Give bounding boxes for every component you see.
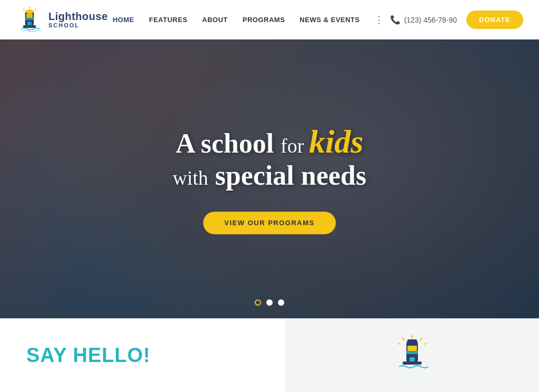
hero-for: for [281,135,309,157]
bottom-right [285,318,539,392]
svg-rect-17 [406,351,418,354]
svg-rect-6 [25,18,34,20]
phone-number: (123) 456-78-90 [404,16,457,24]
svg-line-2 [23,9,24,11]
view-programs-button[interactable]: VIEW OUR PROGRAMS [203,212,335,234]
lighthouse-logo-icon [16,6,43,34]
hero-dot-3[interactable] [278,299,284,306]
header-right: 📞 (123) 456-78-90 DONATE [390,11,523,29]
phone-icon: 📞 [390,15,401,25]
logo[interactable]: Lighthouse SCHOOL [16,6,108,34]
svg-line-10 [420,338,422,340]
svg-rect-19 [410,357,415,361]
nav-more-icon[interactable]: ⋮ [374,14,385,26]
hero-kids: kids [309,124,363,159]
hero-headline-line2: with special needs [85,159,454,192]
hero-special-needs-text: special needs [215,160,366,190]
svg-rect-5 [26,14,33,18]
svg-line-11 [402,338,404,340]
phone-area[interactable]: 📞 (123) 456-78-90 [390,15,457,25]
lighthouse-decorative-icon [391,334,433,376]
svg-rect-8 [27,22,32,25]
svg-line-12 [424,343,426,345]
logo-text: Lighthouse SCHOOL [48,11,108,28]
svg-line-1 [35,9,36,11]
hero-dot-2[interactable] [266,299,273,306]
nav-about[interactable]: ABOUT [202,16,228,24]
svg-rect-7 [23,25,36,28]
nav-programs[interactable]: PROGRAMS [243,16,285,24]
bottom-section: SAY HELLO! [0,318,539,392]
hero-section: A school for kids with special needs VIE… [0,39,539,318]
svg-rect-18 [403,361,422,365]
nav-news-events[interactable]: NEWS & EVENTS [300,16,360,24]
say-hello-heading: SAY HELLO! [26,344,259,367]
hero-with: with [173,167,208,189]
nav-features[interactable]: FEATURES [149,16,187,24]
logo-title: Lighthouse [48,11,108,22]
svg-rect-16 [407,346,417,351]
bottom-left: SAY HELLO! [0,318,285,392]
main-nav: HOME FEATURES ABOUT PROGRAMS NEWS & EVEN… [113,14,385,26]
hero-content: A school for kids with special needs VIE… [85,124,454,234]
hero-headline-line1: A school for kids [85,124,454,159]
svg-line-13 [398,343,401,345]
svg-point-4 [25,9,34,14]
hero-a-school: A school [176,128,274,158]
logo-subtitle: SCHOOL [48,22,108,28]
hero-dot-1[interactable] [255,299,261,306]
svg-marker-15 [406,339,418,343]
nav-home[interactable]: HOME [113,16,134,24]
site-header: Lighthouse SCHOOL HOME FEATURES ABOUT PR… [0,0,539,39]
hero-slider-dots [255,299,284,306]
donate-button[interactable]: DONATE [466,11,523,29]
